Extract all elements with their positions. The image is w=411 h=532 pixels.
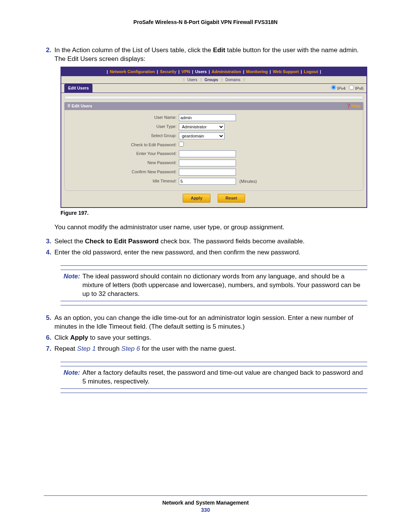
step-7: 7. Repeat Step 1 through Step 6 for the … xyxy=(44,345,367,353)
sub-nav: :: Users :: Groups :: Domains :: xyxy=(61,76,366,84)
nav-vpn[interactable]: VPN xyxy=(182,69,190,74)
label-username: User Name: xyxy=(65,115,179,120)
note-label: Note: xyxy=(64,272,82,299)
input-idle-timeout[interactable] xyxy=(179,178,236,185)
nav-network[interactable]: Network Configuration xyxy=(110,69,155,74)
footer-page-number: 330 xyxy=(44,507,367,513)
input-enter-password[interactable] xyxy=(179,150,236,157)
document-header: ProSafe Wireless-N 8-Port Gigabit VPN Fi… xyxy=(44,19,367,25)
note-block-1: Note: The ideal password should contain … xyxy=(61,265,367,305)
bold-edit: Edit xyxy=(213,46,225,54)
step-text: Select the xyxy=(54,238,85,245)
step6-ref: Step 6 xyxy=(121,345,140,352)
label-enterpwd: Enter Your Password: xyxy=(65,151,179,157)
label-checkedit: Check to Edit Password: xyxy=(65,142,179,148)
ipv4-label: IPv4 xyxy=(337,86,346,91)
bold-check-to-edit: Check to Edit Password xyxy=(85,238,159,245)
select-usertype[interactable]: Administrator xyxy=(179,123,225,130)
note-label: Note: xyxy=(64,369,82,386)
label-minutes: (Minutes) xyxy=(239,179,257,184)
edit-users-tab[interactable]: Edit Users xyxy=(64,84,92,93)
note-text: The ideal password should contain no dic… xyxy=(82,272,364,299)
apply-button[interactable]: Apply xyxy=(183,194,210,203)
panel-title: ⠿ Edit Users xyxy=(67,103,92,109)
label-usertype: User Type: xyxy=(65,124,179,129)
input-new-password[interactable] xyxy=(179,160,236,166)
step-number: 4. xyxy=(44,248,54,257)
step-text: Enter the old password, enter the new pa… xyxy=(54,248,367,257)
page-footer: Network and System Management 330 xyxy=(44,495,367,513)
gradient-bar xyxy=(64,96,363,100)
step-3: 3. Select the Check to Edit Password che… xyxy=(44,237,367,246)
input-username[interactable] xyxy=(179,114,236,121)
top-nav: | Network Configuration | Security | VPN… xyxy=(61,67,366,76)
ip-version-selector: IPv4 IPv6 xyxy=(329,85,363,91)
step-4: 4. Enter the old password, enter the new… xyxy=(44,248,367,257)
step-number: 5. xyxy=(44,314,54,331)
figure-caption: Figure 197. xyxy=(61,209,367,217)
label-confirmpwd: Confirm New Password: xyxy=(65,169,179,175)
label-newpwd: New Password: xyxy=(65,160,179,166)
step-number: 3. xyxy=(44,237,54,246)
nav-security[interactable]: Security xyxy=(160,69,176,74)
step-text: Repeat xyxy=(54,345,77,352)
step-text: As an option, you can change the idle ti… xyxy=(54,314,367,331)
footer-section: Network and System Management xyxy=(44,500,367,506)
nav-admin[interactable]: Administration xyxy=(212,69,241,74)
step-2: 2. In the Action column of the List of U… xyxy=(44,46,367,64)
ipv6-label: IPv6 xyxy=(355,86,363,91)
checkbox-edit-password[interactable] xyxy=(179,142,184,147)
ipv6-radio[interactable] xyxy=(349,85,354,90)
note-text: After a factory defaults reset, the pass… xyxy=(82,369,364,386)
step-number: 6. xyxy=(44,334,54,342)
subnav-users[interactable]: Users xyxy=(186,78,199,82)
label-idle: Idle Timeout: xyxy=(65,178,179,184)
ipv4-radio[interactable] xyxy=(331,85,336,90)
label-group: Select Group: xyxy=(65,133,179,139)
edit-users-screenshot: | Network Configuration | Security | VPN… xyxy=(61,67,367,208)
edit-users-form: User Name: User Type: Administrator Sele… xyxy=(64,110,363,191)
subnav-groups[interactable]: Groups xyxy=(203,78,220,82)
help-link[interactable]: ❓Help xyxy=(346,103,360,109)
step-text: through xyxy=(96,345,121,352)
nav-monitoring[interactable]: Monitoring xyxy=(246,69,268,74)
step-5: 5. As an option, you can change the idle… xyxy=(44,314,367,331)
step-text: In the Action column of the List of User… xyxy=(54,46,213,54)
step-text: check box. The password fields become av… xyxy=(159,238,304,245)
after-figure-text: You cannot modify the administrator user… xyxy=(54,223,367,232)
select-group[interactable]: geardomain xyxy=(179,133,225,139)
nav-users[interactable]: Users xyxy=(195,69,207,74)
reset-button[interactable]: Reset xyxy=(218,194,245,203)
bold-apply: Apply xyxy=(70,334,88,341)
subnav-domains[interactable]: Domains xyxy=(224,78,242,82)
step-text: for the user with the name guest. xyxy=(140,345,236,352)
step1-ref: Step 1 xyxy=(77,345,96,352)
nav-websupport[interactable]: Web Support xyxy=(273,69,299,74)
input-confirm-password[interactable] xyxy=(179,169,236,176)
step-number: 7. xyxy=(44,345,54,353)
step-text: to save your settings. xyxy=(88,334,151,341)
step-text: Click xyxy=(54,334,70,341)
step-6: 6. Click Apply to save your settings. xyxy=(44,334,367,342)
note-block-2: Note: After a factory defaults reset, th… xyxy=(61,362,367,393)
step-number: 2. xyxy=(44,46,54,64)
nav-logout[interactable]: Logout xyxy=(304,69,318,74)
